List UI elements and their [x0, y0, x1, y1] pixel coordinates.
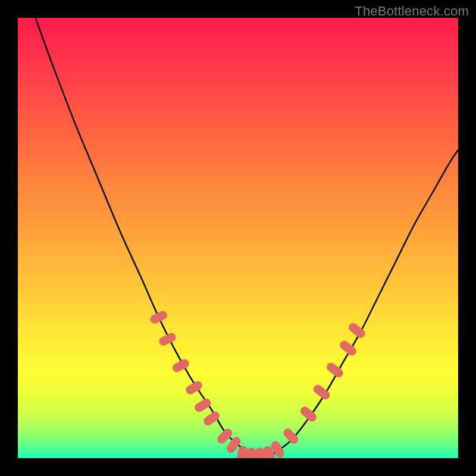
chart-frame: TheBottleneck.com: [0, 0, 476, 476]
curve-markers: [149, 309, 367, 458]
curve-marker: [193, 397, 212, 414]
curve-marker: [149, 309, 168, 325]
curve-marker: [202, 410, 221, 427]
watermark-text: TheBottleneck.com: [355, 4, 469, 19]
bottleneck-curve: [36, 18, 458, 458]
plot-area: [18, 18, 458, 458]
curve-svg: [18, 18, 458, 458]
curve-marker: [281, 427, 300, 446]
curve-marker: [246, 447, 256, 458]
